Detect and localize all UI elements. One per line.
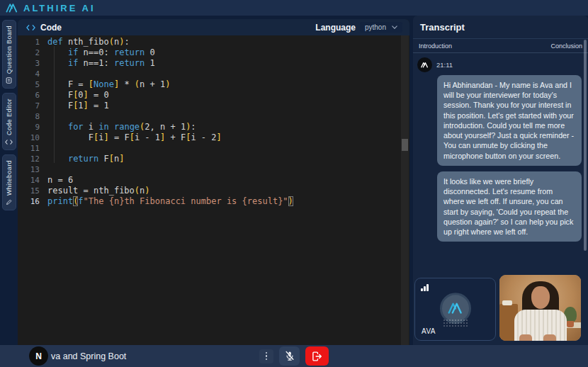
code-line[interactable]: 15result = nth_fibo(n) [18,186,409,196]
webcam-shelf-object [502,300,512,305]
code-text: F[1] = 1 [47,101,109,111]
line-number: 10 [18,132,40,143]
code-line[interactable]: 16print(f"The {n}th Fibonacci number is … [18,196,409,207]
transcript-title: Transcript [413,16,588,38]
code-line[interactable]: 5 F = [None] * (n + 1) [18,79,409,90]
bottom-bar: N va and Spring Boot [0,345,588,367]
webcam-person-face [531,286,550,309]
message-bubble: Hi Abhinandan - My name is Ava and I wil… [437,75,582,166]
sidebar-tab-whiteboard[interactable]: Whiteboard [2,154,16,210]
code-text: return F[n] [47,154,124,164]
webcam-plant-pot [567,321,574,327]
line-number: 8 [18,111,40,122]
left-sidebar: Question Board Code Editor Whiteboard [0,16,18,345]
code-text: n = 6 [47,175,73,186]
ava-name-label: AVA [422,327,436,335]
code-line[interactable]: 6 F[0] = 0 [18,90,409,101]
line-number: 3 [18,58,40,69]
althire-logo-icon [421,62,429,68]
line-number: 15 [18,186,40,196]
code-panel-title: Code [40,23,62,33]
code-text: F[i] = F[i - 1] + F[i - 2] [47,132,222,143]
code-text: for i in range(2, n + 1): [47,122,196,132]
line-number: 4 [18,69,40,79]
line-number: 9 [18,122,40,132]
code-line[interactable]: 9 for i in range(2, n + 1): [18,122,409,132]
message-timestamp: 21:11 [436,61,453,69]
code-line[interactable]: 14n = 6 [18,175,409,186]
althire-logo-icon [448,302,463,314]
mic-mute-button[interactable] [279,346,300,366]
code-editor[interactable]: 1def nth_fibo(n):2 if n==0: return 03 if… [18,35,409,345]
althire-logo-icon [6,3,18,13]
sidebar-tab-question-board[interactable]: Question Board [2,20,16,89]
more-options-button[interactable] [259,349,273,363]
code-lines: 1def nth_fibo(n):2 if n==0: return 03 if… [18,37,409,207]
sidebar-tab-label: Code Editor [6,98,13,135]
code-text: if n==1: return 1 [47,58,155,69]
code-text: def nth_fibo(n): [47,37,130,47]
message-bubble: It looks like we were briefly disconnect… [437,171,582,242]
sidebar-tab-label: Whiteboard [6,160,13,196]
code-line[interactable]: 13 [18,164,409,175]
transcript-messages: 21:11 Hi Abhinandan - My name is Ava and… [413,53,588,242]
code-text: if n==0: return 0 [47,47,155,58]
chevron-down-icon [392,26,397,29]
line-number: 7 [18,101,40,111]
language-label: Language [315,23,356,33]
code-line[interactable]: 11 [18,143,409,154]
webcam-person-hand [543,334,556,341]
stage-row: Introduction Conclusion [413,39,588,52]
ava-video-tile: AVA [414,278,496,341]
line-number: 11 [18,143,40,154]
editor-scrollbar[interactable] [401,35,409,345]
signal-bars-icon [421,284,429,291]
line-number: 16 [18,196,40,207]
stage-introduction: Introduction [419,43,452,50]
candidate-video-tile [499,275,581,341]
language-group: Language python [315,22,402,33]
code-line[interactable]: 8 [18,111,409,122]
pen-icon [6,199,12,205]
line-number: 12 [18,154,40,164]
code-line[interactable]: 7 F[1] = 1 [18,101,409,111]
line-number: 6 [18,90,40,101]
webcam-person-hand [519,334,532,341]
indent-guide [54,46,55,163]
line-number: 1 [18,37,40,47]
line-number: 14 [18,175,40,186]
sidebar-tab-code-editor[interactable]: Code Editor [2,93,16,150]
code-line[interactable]: 1def nth_fibo(n): [18,37,409,47]
leave-call-button[interactable] [305,346,329,366]
leave-call-icon [312,351,322,361]
kebab-menu-icon [266,352,268,354]
editor-scrollbar-thumb[interactable] [402,139,408,151]
code-line[interactable]: 3 if n==1: return 1 [18,58,409,69]
transcript-scrollbar-thumb[interactable] [584,40,587,251]
code-icon [5,139,13,145]
code-text: result = nth_fibo(n) [47,186,150,196]
code-line[interactable]: 4 [18,69,409,79]
session-avatar: N [29,346,48,366]
code-line[interactable]: 12 return F[n] [18,154,409,164]
code-text: F = [None] * (n + 1) [47,79,170,90]
message-header: 21:11 [417,57,582,72]
code-icon [26,24,35,31]
audio-wave-dots [443,319,468,327]
code-line[interactable]: 2 if n==0: return 0 [18,47,409,58]
brand-name: ALTHIRE AI [23,3,96,13]
code-line[interactable]: 10 F[i] = F[i - 1] + F[i - 2] [18,132,409,143]
code-text: F[0] = 0 [47,90,109,101]
clipboard-icon [6,77,12,84]
line-number: 5 [18,79,40,90]
language-select[interactable]: python [360,22,402,33]
code-panel-header: Code Language python [18,19,409,35]
app-header: ALTHIRE AI [0,0,588,16]
app-window: ALTHIRE AI Question Board Code Editor Wh… [0,0,588,367]
call-controls [259,346,329,366]
ava-avatar [417,57,432,72]
transcript-panel: Transcript Introduction Conclusion 21:11… [413,16,588,345]
line-number: 2 [18,47,40,58]
session-title: va and Spring Boot [51,351,126,361]
code-text: print(f"The {n}th Fibonacci number is {r… [47,196,293,207]
